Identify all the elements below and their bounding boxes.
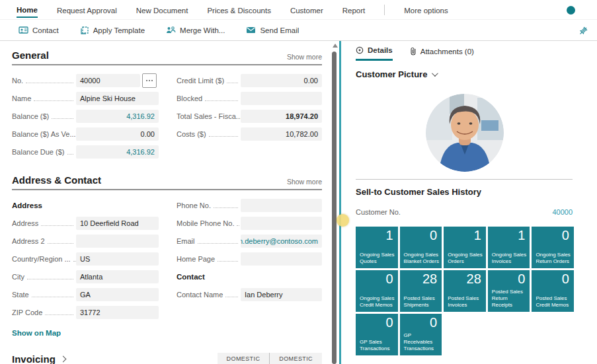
mobile-phone-no-input[interactable] <box>241 217 322 230</box>
phone-no-input[interactable] <box>241 199 322 212</box>
name-input[interactable]: Alpine Ski House <box>76 92 159 105</box>
send-email-icon <box>246 26 256 34</box>
balance-as-ve-input[interactable]: 0.00 <box>76 127 159 141</box>
tile-posted-sales-shipments[interactable]: 28Posted Sales Shipments <box>400 270 442 312</box>
field-label: Credit Limit ($) <box>177 77 241 85</box>
menu-item-customer[interactable]: Customer <box>290 3 323 17</box>
menu-item-prices-discounts[interactable]: Prices & Discounts <box>207 3 271 17</box>
costs-input[interactable]: 10,782.00 <box>241 127 322 141</box>
field-value: Ian Deberry <box>245 291 282 299</box>
toolbar-apply-template-button[interactable]: Apply Template <box>80 26 145 34</box>
field-address: Address10 Deerfield Road <box>12 217 159 230</box>
email-input[interactable]: ian.deberry@contoso.com <box>241 235 322 248</box>
dotted-leader <box>52 118 73 119</box>
city-input[interactable]: Atlanta <box>76 270 159 283</box>
tile-ongoing-sales-credit-memos[interactable]: 0Ongoing Sales Credit Memos <box>356 270 398 312</box>
tab-details[interactable]: Details <box>356 46 393 61</box>
tile-value: 1 <box>518 228 525 243</box>
tile-gp-sales-transactions[interactable]: 0GP Sales Transactions <box>356 314 398 355</box>
zip-code-input[interactable]: 31772 <box>76 306 159 319</box>
field-label-text: Address <box>12 219 38 227</box>
toolbar-merge-with-button[interactable]: Merge With... <box>166 26 225 34</box>
address-show-more-link[interactable]: Show more <box>287 178 322 186</box>
tile-label: Posted Sales Credit Memos <box>536 295 572 309</box>
contact-name-input[interactable]: Ian Deberry <box>241 288 322 301</box>
field-total-sales-fisca: Total Sales - Fisca...18,974.20 <box>177 110 322 123</box>
address-section-title[interactable]: Address & Contact <box>12 174 101 186</box>
field-label-text: Balance ($) As Ve... <box>12 130 76 138</box>
tile-label: Ongoing Sales Orders <box>448 252 484 265</box>
invoicing-tag[interactable]: DOMESTIC <box>269 353 322 364</box>
toolbar-contact-button[interactable]: Contact <box>19 26 59 34</box>
unpin-icon[interactable] <box>579 26 588 38</box>
help-badge-icon[interactable] <box>567 6 575 15</box>
ribbon-menu: HomeRequest ApprovalNew DocumentPrices &… <box>0 0 597 20</box>
field-label: Costs ($) <box>177 130 241 139</box>
tile-ongoing-sales-orders[interactable]: 1Ongoing Sales Orders <box>444 227 486 268</box>
menu-item-home[interactable]: Home <box>17 2 38 18</box>
action-toolbar: ContactApply TemplateMerge With...Send E… <box>0 20 597 41</box>
menu-item-request-approval[interactable]: Request Approval <box>57 3 117 17</box>
field-label-text: Mobile Phone No. <box>177 219 234 227</box>
invoicing-tag[interactable]: DOMESTIC <box>218 353 270 364</box>
dotted-leader <box>225 297 238 297</box>
home-page-input[interactable] <box>241 252 322 266</box>
tile-label: Posted Sales Shipments <box>404 295 440 309</box>
tile-ongoing-sales-invoices[interactable]: 1Ongoing Sales Invoices <box>488 227 530 268</box>
customer-no-value[interactable]: 40000 <box>552 208 573 216</box>
field-label-text: Credit Limit ($) <box>177 77 224 85</box>
tab-attachments-0[interactable]: Attachments (0) <box>410 46 474 61</box>
dotted-leader <box>227 83 238 83</box>
toolbar-send-email-button[interactable]: Send Email <box>246 26 299 34</box>
menu-item-more-options[interactable]: More options <box>404 3 448 17</box>
total-sales-fisca-input[interactable]: 18,974.20 <box>241 110 322 123</box>
field-mobile-phone-no: Mobile Phone No. <box>177 217 322 230</box>
field-label: Blocked <box>177 94 241 103</box>
field-label-text: Blocked <box>177 94 202 102</box>
section-divider <box>12 189 322 190</box>
credit-limit-input[interactable]: 0.00 <box>241 74 322 87</box>
tile-value: 1 <box>474 228 481 243</box>
state-input[interactable]: GA <box>76 288 159 301</box>
tile-label: Ongoing Sales Blanket Orders <box>404 252 440 265</box>
tile-ongoing-sales-blanket-orders[interactable]: 0Ongoing Sales Blanket Orders <box>400 227 442 268</box>
field-balance-due: Balance Due ($)4,316.92 <box>12 145 159 159</box>
blocked-input[interactable] <box>241 92 322 105</box>
tile-posted-sales-credit-memos[interactable]: 0Posted Sales Credit Memos <box>532 270 574 312</box>
address-2-input[interactable] <box>76 235 159 248</box>
field-value: 40000 <box>80 77 100 85</box>
tile-ongoing-sales-return-orders[interactable]: 0Ongoing Sales Return Orders <box>532 227 574 268</box>
tile-value: 1 <box>385 228 393 243</box>
assist-edit-button[interactable] <box>142 73 157 88</box>
field-country-region: Country/Region ...US <box>12 252 159 266</box>
dotted-leader <box>32 297 73 297</box>
balance-input[interactable]: 4,316.92 <box>76 110 159 123</box>
tile-gp-receivables-transactions[interactable]: 0GP Receivables Transactions <box>400 314 442 355</box>
field-label-text: Balance ($) <box>12 112 49 120</box>
tile-posted-sales-return-receipts[interactable]: 0Posted Sales Return Receipts <box>488 270 530 312</box>
address-input[interactable]: 10 Deerfield Road <box>76 217 159 230</box>
factbox-pane: DetailsAttachments (0) Customer Picture <box>341 41 597 364</box>
invoicing-section-header[interactable]: Invoicing DOMESTICDOMESTIC <box>12 353 322 364</box>
general-show-more-link[interactable]: Show more <box>287 53 322 61</box>
menu-item-report[interactable]: Report <box>342 3 366 17</box>
menu-item-new-document[interactable]: New Document <box>136 3 188 17</box>
tile-ongoing-sales-quotes[interactable]: 1Ongoing Sales Quotes <box>356 227 398 268</box>
tile-posted-sales-invoices[interactable]: 28Posted Sales Invoices <box>444 270 486 312</box>
tile-label: Ongoing Sales Quotes <box>360 252 396 265</box>
toolbar-label: Apply Template <box>93 26 145 34</box>
no-input[interactable]: 40000 <box>76 74 140 87</box>
field-label-text: Costs ($) <box>177 130 206 138</box>
field-email: Emailian.deberry@contoso.com <box>177 235 322 248</box>
tile-value: 28 <box>422 272 437 287</box>
balance-due-input[interactable]: 4,316.92 <box>76 145 159 159</box>
show-on-map-link[interactable]: Show on Map <box>12 329 61 337</box>
customer-photo[interactable] <box>426 94 504 172</box>
country-region-input[interactable]: US <box>76 252 159 266</box>
field-label: Email <box>177 237 241 246</box>
left-scrollbar[interactable] <box>332 52 337 364</box>
general-section-title[interactable]: General <box>12 50 49 61</box>
customer-picture-header[interactable]: Customer Picture <box>356 69 436 79</box>
tile-label: Ongoing Sales Return Orders <box>536 252 572 265</box>
scroll-up-arrow-icon[interactable] <box>333 44 338 48</box>
